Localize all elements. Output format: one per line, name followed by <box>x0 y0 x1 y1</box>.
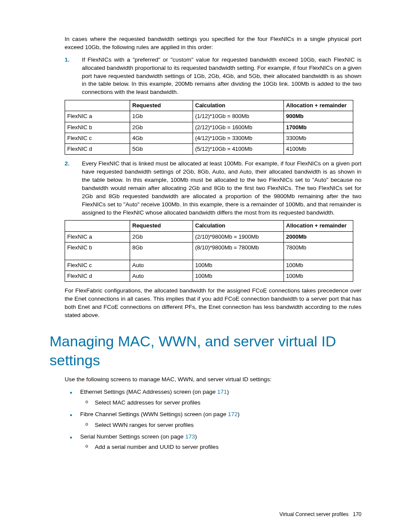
bullet-text: ) <box>237 411 240 417</box>
page-footer: Virtual Connect server profiles 170 <box>279 511 361 518</box>
footer-page: 170 <box>353 511 361 517</box>
table-row: FlexNIC b8Gb(8/10)*9800Mb = 7800Mb7800Mb <box>65 242 353 260</box>
sub-item: Select MAC addresses for server profiles <box>80 399 361 407</box>
rules-list-2: 2. Every FlexNIC that is linked must be … <box>65 160 361 217</box>
table-cell: (2/10)*9800Mb = 1900Mb <box>193 231 284 242</box>
page-link[interactable]: 173 <box>185 433 195 440</box>
table-row: FlexNIC b2Gb(2/12)*10Gb = 1600Mb1700Mb <box>65 122 353 133</box>
table-cell: 100Mb <box>284 271 353 281</box>
rule-2-number: 2. <box>65 160 69 168</box>
table-cell: 4Gb <box>130 133 193 143</box>
table-header: Requested <box>130 100 193 111</box>
intro-paragraph: In cases where the requested bandwidth s… <box>65 35 361 52</box>
table-header: Calculation <box>193 221 284 231</box>
table-cell: FlexNIC a <box>65 231 130 242</box>
table-cell: FlexNIC d <box>65 271 130 281</box>
table-cell: (8/10)*9800Mb = 7800Mb <box>193 242 284 260</box>
page-link[interactable]: 171 <box>217 389 227 395</box>
table-cell: 2Gb <box>130 122 193 133</box>
table-cell: 7800Mb <box>284 242 353 260</box>
table-row: FlexNIC c4Gb(4/12)*10Gb = 3300Mb3300Mb <box>65 133 353 143</box>
rule-1: 1. If FlexNICs with a "preferred" or "cu… <box>65 56 361 96</box>
table-2: RequestedCalculationAllocation + remaind… <box>65 220 353 282</box>
rule-2-text: Every FlexNIC that is linked must be all… <box>82 160 361 215</box>
table-header <box>65 100 130 111</box>
sub-item: Select WWN ranges for server profiles <box>80 421 361 429</box>
rule-1-text: If FlexNICs with a "preferred" or "custo… <box>82 56 361 96</box>
table-cell: FlexNIC a <box>65 111 130 122</box>
bullet-list: Ethernet Settings (MAC Addresses) screen… <box>65 388 361 451</box>
table-cell: FlexNIC d <box>65 143 130 154</box>
table-1-head: RequestedCalculationAllocation + remaind… <box>65 100 353 111</box>
bullet-text: Ethernet Settings (MAC Addresses) screen… <box>80 389 217 395</box>
table-header: Allocation + remainder <box>284 100 353 111</box>
rule-2: 2. Every FlexNIC that is linked must be … <box>65 160 361 217</box>
table-cell: 3300Mb <box>284 133 353 143</box>
table-2-head: RequestedCalculationAllocation + remaind… <box>65 221 353 231</box>
page-link[interactable]: 172 <box>228 411 238 417</box>
table-cell: 2000Mb <box>284 231 353 242</box>
table-cell: 5Gb <box>130 143 193 154</box>
table-1-body: FlexNIC a1Gb(1/12)*10Gb = 800Mb900MbFlex… <box>65 111 353 155</box>
table-cell: (2/12)*10Gb = 1600Mb <box>193 122 284 133</box>
table-cell: FlexNIC b <box>65 242 130 260</box>
table-cell: 1Gb <box>130 111 193 122</box>
bullet-text: Fibre Channel Settings (WWN Settings) sc… <box>80 411 228 417</box>
table-cell: 4100Mb <box>284 143 353 154</box>
table-cell: FlexNIC c <box>65 133 130 143</box>
table-2-body: FlexNIC a2Gb(2/10)*9800Mb = 1900Mb2000Mb… <box>65 231 353 282</box>
table-header: Calculation <box>193 100 284 111</box>
table-header: Requested <box>130 221 193 231</box>
table-header <box>65 221 130 231</box>
sub-list: Select WWN ranges for server profiles <box>80 421 361 429</box>
rule-1-number: 1. <box>65 56 69 64</box>
table-row: FlexNIC a1Gb(1/12)*10Gb = 800Mb900Mb <box>65 111 353 122</box>
table-row: FlexNIC d5Gb(5/12)*10Gb = 4100Mb4100Mb <box>65 143 353 154</box>
table-header: Allocation + remainder <box>284 221 353 231</box>
footer-title: Virtual Connect server profiles <box>279 511 349 517</box>
rules-list: 1. If FlexNICs with a "preferred" or "cu… <box>65 56 361 96</box>
bullet-text: ) <box>227 389 229 395</box>
table-row: FlexNIC dAuto100Mb100Mb <box>65 271 353 281</box>
table-cell: 100Mb <box>193 260 284 271</box>
table-cell: 100Mb <box>193 271 284 281</box>
bullet-text: Serial Number Settings screen (on page <box>80 433 185 440</box>
table-cell: 900Mb <box>284 111 353 122</box>
table-cell: (5/12)*10Gb = 4100Mb <box>193 143 284 154</box>
table-cell: (4/12)*10Gb = 3300Mb <box>193 133 284 143</box>
table-cell: Auto <box>130 260 193 271</box>
table-cell: 2Gb <box>130 231 193 242</box>
flexfabric-paragraph: For FlexFabric configurations, the alloc… <box>65 287 361 320</box>
table-cell: 100Mb <box>284 260 353 271</box>
table-cell: 8Gb <box>130 242 193 260</box>
table-row: FlexNIC cAuto100Mb100Mb <box>65 260 353 271</box>
bullet-item: Ethernet Settings (MAC Addresses) screen… <box>65 388 361 407</box>
section-heading: Managing MAC, WWN, and server virtual ID… <box>50 332 361 370</box>
table-cell: FlexNIC b <box>65 122 130 133</box>
bullet-text: ) <box>195 433 197 440</box>
sub-list: Select MAC addresses for server profiles <box>80 399 361 407</box>
table-cell: FlexNIC c <box>65 260 130 271</box>
bullet-item: Fibre Channel Settings (WWN Settings) sc… <box>65 411 361 429</box>
sub-list: Add a serial number and UUID to server p… <box>80 443 361 451</box>
table-1: RequestedCalculationAllocation + remaind… <box>65 100 353 155</box>
use-intro: Use the following screens to manage MAC,… <box>65 376 361 384</box>
table-cell: 1700Mb <box>284 122 353 133</box>
table-row: FlexNIC a2Gb(2/10)*9800Mb = 1900Mb2000Mb <box>65 231 353 242</box>
table-cell: Auto <box>130 271 193 281</box>
sub-item: Add a serial number and UUID to server p… <box>80 443 361 451</box>
bullet-item: Serial Number Settings screen (on page 1… <box>65 433 361 452</box>
table-cell: (1/12)*10Gb = 800Mb <box>193 111 284 122</box>
